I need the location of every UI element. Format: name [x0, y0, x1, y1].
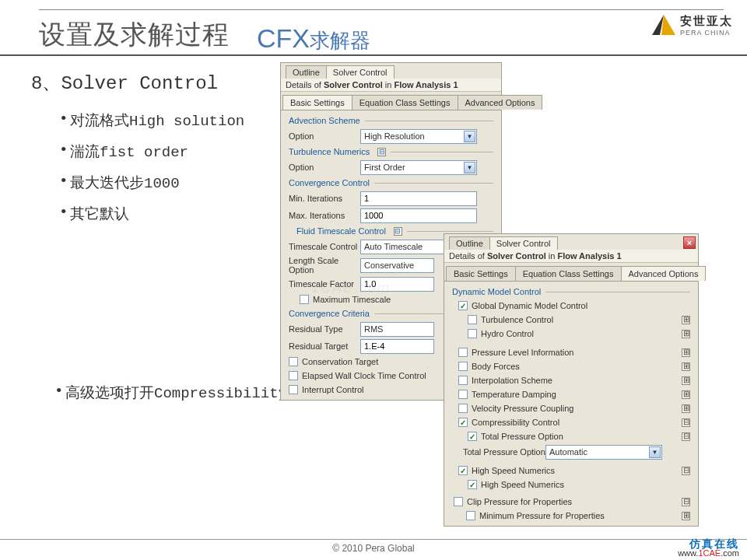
expand-icon[interactable]: ⊞ [682, 404, 690, 413]
min-pressure-checkbox[interactable] [466, 511, 475, 520]
subtab-advanced[interactable]: Advanced Options [458, 95, 543, 110]
total-pressure-dropdown[interactable]: Automatic▼ [545, 445, 662, 460]
group-turbulence: Turbulence Numerics ⊟ [284, 145, 498, 159]
expand-icon[interactable]: ⊞ [682, 512, 690, 520]
pressure-level-checkbox[interactable] [458, 348, 468, 357]
collapse-icon[interactable]: ⊟ [682, 432, 690, 441]
timescale-factor-input[interactable] [360, 277, 434, 292]
temp-damping-checkbox[interactable] [458, 390, 468, 399]
max-iterations-input[interactable] [360, 208, 477, 223]
high-speed-numerics-checkbox[interactable] [458, 466, 468, 475]
expand-icon[interactable]: ⊞ [682, 362, 690, 371]
elapsed-time-checkbox[interactable] [289, 371, 298, 380]
interpolation-checkbox[interactable] [458, 376, 468, 385]
clip-pressure-checkbox[interactable] [454, 497, 463, 506]
tab-outline[interactable]: Outline [449, 236, 490, 250]
page-subtitle: CFX求解器 [257, 23, 370, 54]
tab-solver-control[interactable]: Solver Control [489, 236, 558, 250]
slide-footer: © 2010 Pera Global 仿真在线 www.1CAE.com [0, 539, 747, 560]
total-pressure-option-checkbox[interactable] [468, 432, 477, 441]
tab-solver-control[interactable]: Solver Control [326, 65, 395, 79]
turbulence-control-checkbox[interactable] [468, 315, 477, 324]
details-bar: Details of Solver Control in Flow Analys… [444, 250, 698, 263]
collapse-icon[interactable]: ⊟ [394, 227, 402, 236]
subtab-basic[interactable]: Basic Settings [282, 95, 352, 110]
subtab-basic[interactable]: Basic Settings [446, 266, 516, 281]
collapse-icon[interactable]: ⊟ [682, 498, 690, 506]
svg-marker-1 [661, 15, 675, 35]
velocity-pressure-checkbox[interactable] [458, 404, 468, 413]
collapse-icon[interactable]: ⊟ [682, 418, 690, 427]
residual-target-input[interactable] [360, 339, 434, 354]
expand-icon[interactable]: ⊞ [682, 390, 690, 399]
expand-icon[interactable]: ⊞ [682, 316, 690, 324]
step-title: 8、Solver Control [31, 70, 280, 95]
copyright: © 2010 Pera Global [332, 543, 415, 554]
chevron-down-icon: ▼ [464, 162, 475, 173]
page-title: 设置及求解过程 [39, 17, 230, 53]
logo: 安世亚太 PERA CHINA [652, 14, 733, 37]
interrupt-control-checkbox[interactable] [289, 385, 298, 394]
group-dynamic-model: Dynamic Model Control [447, 285, 695, 299]
tab-outline[interactable]: Outline [286, 65, 327, 79]
high-speed-numerics-inner-checkbox[interactable] [468, 480, 477, 489]
turbulence-dropdown[interactable]: First Order▼ [360, 160, 477, 175]
max-timescale-checkbox[interactable] [300, 295, 309, 304]
global-dynamic-checkbox[interactable] [458, 301, 468, 310]
length-scale-dropdown[interactable]: Conservative [360, 258, 434, 273]
advection-dropdown[interactable]: High Resolution▼ [360, 129, 477, 144]
collapse-icon[interactable]: ⊟ [682, 467, 690, 475]
body-forces-checkbox[interactable] [458, 362, 468, 371]
residual-type-dropdown[interactable]: RMS [360, 322, 434, 337]
slide-header: 设置及求解过程 CFX求解器 安世亚太 PERA CHINA [0, 0, 747, 56]
details-bar: Details of Solver Control in Flow Analys… [281, 79, 501, 92]
logo-icon [652, 15, 675, 37]
group-convergence: Convergence Control [284, 176, 498, 190]
bullet-item: 最大迭代步1000 [70, 173, 280, 193]
compressibility-checkbox[interactable] [458, 418, 468, 427]
solver-advanced-panel: × Outline Solver Control Details of Solv… [444, 233, 699, 527]
expand-icon[interactable]: ⊞ [682, 376, 690, 385]
hydro-control-checkbox[interactable] [468, 329, 477, 338]
conservation-target-checkbox[interactable] [289, 357, 298, 366]
subtab-advanced[interactable]: Advanced Options [621, 266, 707, 281]
footer-badge: 仿真在线 www.1CAE.com [678, 538, 739, 558]
slide-content: 8、Solver Control 对流格式High solution 湍流fis… [31, 70, 280, 235]
bullet-item: 对流格式High solution [70, 110, 280, 131]
chevron-down-icon: ▼ [649, 446, 661, 458]
min-iterations-input[interactable] [360, 191, 477, 206]
subtab-equation[interactable]: Equation Class Settings [352, 95, 458, 110]
label-option: Option [289, 131, 360, 141]
group-advection: Advection Scheme [284, 114, 498, 128]
bullet-item: 其它默认 [70, 204, 280, 224]
collapse-icon[interactable]: ⊟ [377, 148, 386, 156]
expand-icon[interactable]: ⊞ [682, 330, 690, 338]
close-icon[interactable]: × [683, 236, 696, 249]
chevron-down-icon: ▼ [464, 131, 475, 142]
subtab-equation[interactable]: Equation Class Settings [515, 266, 622, 281]
bullet-item: 湍流fist order [70, 142, 280, 162]
expand-icon[interactable]: ⊞ [682, 348, 690, 357]
